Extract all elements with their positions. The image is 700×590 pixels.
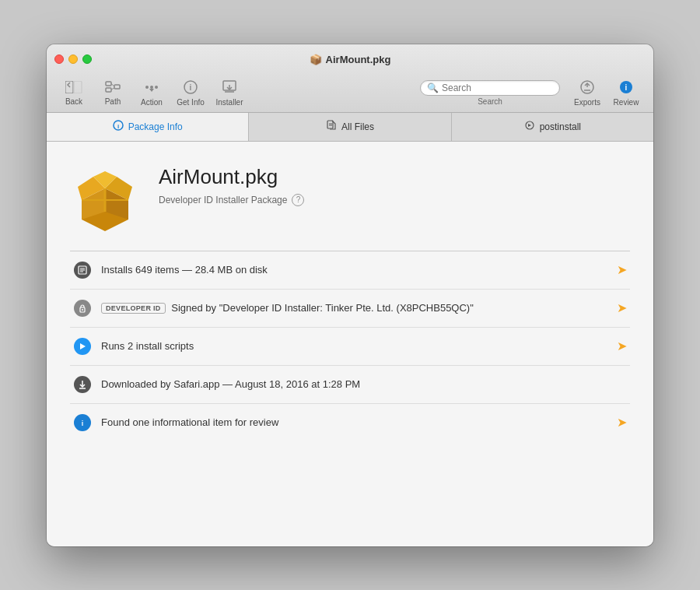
exports-icon (579, 80, 595, 97)
toolbar-nav-group: Back (56, 78, 92, 109)
search-icon: 🔍 (427, 83, 439, 93)
search-input-wrap[interactable]: 🔍 (420, 80, 560, 96)
tab-postinstall-label: postinstall (540, 121, 581, 132)
installer-button[interactable]: Installer (212, 78, 247, 109)
tab-package-info[interactable]: i Package Info (47, 113, 249, 141)
signed-text: DEVELOPER ID Signed by "Developer ID Ins… (101, 302, 607, 314)
window-title-icon: 📦 (310, 54, 322, 65)
info-rows: Installs 649 items — 28.4 MB on disk ➤ D (70, 251, 630, 441)
scripts-icon (73, 337, 92, 356)
developer-id-badge: DEVELOPER ID (101, 303, 166, 314)
svg-text:i: i (117, 123, 119, 130)
back-icon (65, 81, 82, 96)
package-header: AirMount.pkg Developer ID Installer Pack… (70, 165, 630, 235)
tab-all-files-icon (326, 120, 337, 133)
review-text: Found one informational item for review (101, 416, 607, 428)
tab-package-info-label: Package Info (128, 121, 183, 132)
path-icon (105, 81, 121, 96)
tab-package-info-icon: i (113, 120, 124, 133)
tab-postinstall[interactable]: postinstall (452, 113, 653, 141)
review-arrow: ➤ (617, 415, 627, 430)
svg-marker-41 (80, 343, 86, 349)
traffic-lights (54, 54, 92, 64)
svg-rect-3 (106, 88, 111, 92)
review-icon: i (619, 80, 633, 97)
package-name: AirMount.pkg (159, 165, 630, 189)
svg-point-40 (82, 309, 83, 311)
installer-icon (222, 80, 237, 97)
titlebar: 📦 AirMount.pkg Back (47, 44, 653, 113)
svg-rect-2 (106, 82, 111, 86)
installs-icon (73, 261, 92, 279)
main-window: 📦 AirMount.pkg Back (47, 44, 653, 546)
zoom-button[interactable] (82, 54, 92, 64)
tab-all-files-label: All Files (341, 121, 374, 132)
signed-arrow: ➤ (617, 300, 627, 315)
table-row[interactable]: Installs 649 items — 28.4 MB on disk ➤ (70, 251, 630, 290)
exports-button[interactable]: Exports (569, 78, 605, 109)
svg-text:i: i (82, 420, 84, 427)
svg-text:i: i (625, 83, 628, 92)
package-icon (70, 165, 140, 235)
help-button[interactable]: ? (292, 194, 304, 206)
scripts-text: Runs 2 install scripts (101, 340, 607, 352)
svg-rect-23 (327, 121, 333, 128)
tab-all-files[interactable]: All Files (249, 113, 451, 141)
window-title: 📦 AirMount.pkg (310, 54, 391, 65)
table-row[interactable]: Runs 2 install scripts ➤ (70, 328, 630, 366)
table-row[interactable]: Downloaded by Safari.app — August 18, 20… (70, 366, 630, 404)
search-input[interactable] (442, 83, 551, 93)
svg-rect-4 (114, 85, 120, 89)
scripts-arrow: ➤ (617, 339, 627, 353)
review-info-icon: i (73, 413, 92, 432)
close-button[interactable] (54, 54, 64, 64)
back-button[interactable]: Back (56, 78, 92, 109)
get-info-button[interactable]: i Get Info (173, 78, 208, 109)
review-button[interactable]: i Review (608, 78, 644, 109)
package-info-area: AirMount.pkg Developer ID Installer Pack… (159, 165, 630, 206)
svg-point-9 (155, 86, 158, 89)
installs-arrow: ➤ (617, 262, 627, 277)
svg-text:i: i (190, 83, 192, 92)
search-area: 🔍 Search (420, 80, 560, 106)
action-button[interactable]: Action (134, 78, 170, 109)
downloaded-icon (73, 375, 92, 394)
svg-point-8 (150, 86, 153, 89)
toolbar-right-group: Exports i Review (569, 78, 644, 109)
search-label: Search (478, 97, 502, 106)
tab-postinstall-icon (524, 120, 535, 133)
info-icon: i (184, 80, 198, 97)
path-button[interactable]: Path (95, 78, 131, 109)
minimize-button[interactable] (68, 54, 78, 64)
svg-marker-10 (149, 89, 154, 92)
signed-icon (73, 299, 92, 318)
svg-rect-1 (74, 81, 82, 93)
action-icon (144, 80, 159, 97)
svg-point-7 (145, 86, 149, 89)
downloaded-text: Downloaded by Safari.app — August 18, 20… (101, 378, 627, 390)
toolbar: Back Path (47, 75, 653, 111)
content-area: AirMount.pkg Developer ID Installer Pack… (47, 142, 653, 546)
tabs: i Package Info All Files (47, 113, 653, 142)
table-row[interactable]: i Found one informational item for revie… (70, 404, 630, 441)
table-row[interactable]: DEVELOPER ID Signed by "Developer ID Ins… (70, 290, 630, 328)
installs-text: Installs 649 items — 28.4 MB on disk (101, 264, 607, 276)
package-type: Developer ID Installer Package ? (159, 194, 630, 206)
